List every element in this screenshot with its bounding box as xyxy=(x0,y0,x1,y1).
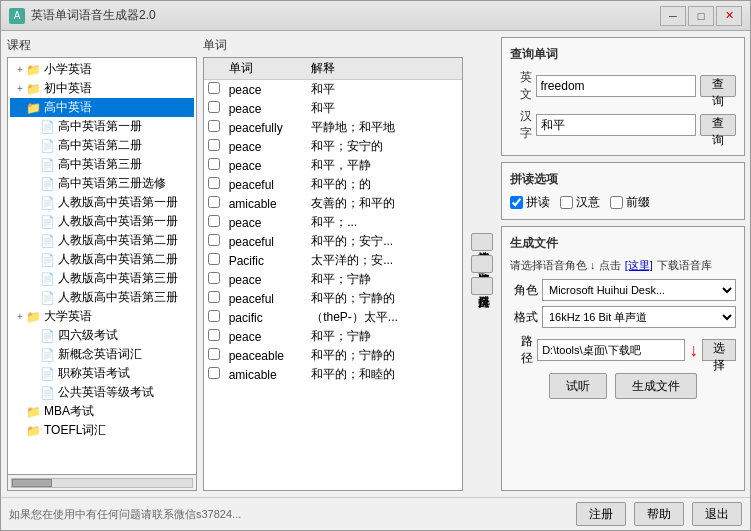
tree-item[interactable]: + 📁初中英语 xyxy=(10,79,194,98)
middle-panel: 单词 单词 解释 peace 和平 peace 和平 pea xyxy=(203,37,463,491)
minimize-button[interactable]: ─ xyxy=(660,6,686,26)
reverse-select-button[interactable]: 反向选择 xyxy=(471,277,493,295)
exit-button[interactable]: 退出 xyxy=(692,502,742,526)
pinyin-title: 拼读选项 xyxy=(510,171,736,188)
tree-item[interactable]: + 📁大学英语 xyxy=(10,307,194,326)
query-section: 查询单词 英文 查询 汉字 查询 xyxy=(501,37,745,156)
tree-item[interactable]: 📄四六级考试 xyxy=(10,326,194,345)
tree-item[interactable]: 📄高中英语第三册 xyxy=(10,155,194,174)
table-row[interactable]: amicable 和平的；和睦的 xyxy=(204,365,462,384)
role-label: 角色 xyxy=(510,282,538,299)
table-row[interactable]: Pacific 太平洋的；安... xyxy=(204,251,462,270)
table-row[interactable]: peace 和平，平静 xyxy=(204,156,462,175)
word-cell: peacefully xyxy=(225,118,308,137)
chinese-field-row: 汉字 查询 xyxy=(510,108,736,142)
table-row[interactable]: peaceful 和平的；宁静的 xyxy=(204,289,462,308)
tree-item[interactable]: 📄高中英语第三册选修 xyxy=(10,174,194,193)
word-cell: peace xyxy=(225,213,308,232)
word-checkbox[interactable] xyxy=(208,120,220,132)
word-checkbox[interactable] xyxy=(208,215,220,227)
tree-item[interactable]: 📁TOEFL词汇 xyxy=(10,421,194,440)
tree-item[interactable]: - 📁高中英语 xyxy=(10,98,194,117)
word-checkbox[interactable] xyxy=(208,82,220,94)
table-row[interactable]: peaceful 和平的；安宁... xyxy=(204,232,462,251)
tree-item[interactable]: 📄公共英语等级考试 xyxy=(10,383,194,402)
hanyi-checkbox[interactable] xyxy=(560,196,573,209)
table-row[interactable]: peace 和平；宁静 xyxy=(204,327,462,346)
word-checkbox[interactable] xyxy=(208,101,220,113)
tree-item[interactable]: 📄人教版高中英语第一册 xyxy=(10,212,194,231)
chinese-input[interactable] xyxy=(536,114,696,136)
table-row[interactable]: peace 和平 xyxy=(204,99,462,118)
word-checkbox[interactable] xyxy=(208,310,220,322)
table-row[interactable]: peaceful 和平的；的 xyxy=(204,175,462,194)
help-button[interactable]: 帮助 xyxy=(634,502,684,526)
table-row[interactable]: pacific （theP-）太平... xyxy=(204,308,462,327)
cancel-select-button[interactable]: 取消选择 xyxy=(471,255,493,273)
horizontal-scrollbar[interactable] xyxy=(7,475,197,491)
hanyi-checkbox-item[interactable]: 汉意 xyxy=(560,194,600,211)
register-button[interactable]: 注册 xyxy=(576,502,626,526)
word-checkbox[interactable] xyxy=(208,272,220,284)
table-row[interactable]: peace 和平 xyxy=(204,80,462,100)
tree-item[interactable]: 📄人教版高中英语第三册 xyxy=(10,269,194,288)
tree-item[interactable]: 📄人教版高中英语第三册 xyxy=(10,288,194,307)
table-row[interactable]: peace 和平；... xyxy=(204,213,462,232)
generate-section: 生成文件 请选择语音角色 ↓ 点击 [这里] 下载语音库 角色 Microsof… xyxy=(501,226,745,491)
maximize-button[interactable]: □ xyxy=(688,6,714,26)
word-checkbox[interactable] xyxy=(208,253,220,265)
word-checkbox[interactable] xyxy=(208,234,220,246)
chinese-query-button[interactable]: 查询 xyxy=(700,114,736,136)
meaning-cell: 平静地；和平地 xyxy=(307,118,462,137)
generate-file-button[interactable]: 生成文件 xyxy=(615,373,697,399)
meaning-cell: 和平的；的 xyxy=(307,175,462,194)
word-checkbox[interactable] xyxy=(208,158,220,170)
word-checkbox[interactable] xyxy=(208,196,220,208)
listen-button[interactable]: 试听 xyxy=(549,373,607,399)
tree-item[interactable]: 📄人教版高中英语第一册 xyxy=(10,193,194,212)
tree-item[interactable]: 📄人教版高中英语第二册 xyxy=(10,250,194,269)
meaning-cell: 和平的；和睦的 xyxy=(307,365,462,384)
course-tree[interactable]: + 📁小学英语+ 📁初中英语- 📁高中英语 📄高中英语第一册 📄高中英语第二册 … xyxy=(7,57,197,475)
tree-item[interactable]: + 📁小学英语 xyxy=(10,60,194,79)
tree-item[interactable]: 📁MBA考试 xyxy=(10,402,194,421)
scroll-track[interactable] xyxy=(11,478,193,488)
table-row[interactable]: peaceable 和平的；宁静的 xyxy=(204,346,462,365)
scroll-thumb[interactable] xyxy=(12,479,52,487)
qianbian-checkbox[interactable] xyxy=(610,196,623,209)
chinese-label: 汉字 xyxy=(510,108,532,142)
tree-item[interactable]: 📄人教版高中英语第二册 xyxy=(10,231,194,250)
role-row: 角色 Microsoft Huihui Desk... xyxy=(510,279,736,301)
word-table-container[interactable]: 单词 解释 peace 和平 peace 和平 peacefully 平静地；和… xyxy=(203,57,463,491)
word-checkbox[interactable] xyxy=(208,348,220,360)
path-input[interactable] xyxy=(537,339,685,361)
word-checkbox[interactable] xyxy=(208,177,220,189)
role-select[interactable]: Microsoft Huihui Desk... xyxy=(542,279,736,301)
english-query-button[interactable]: 查询 xyxy=(700,75,736,97)
table-row[interactable]: peace 和平；安宁的 xyxy=(204,137,462,156)
window-title: 英语单词语音生成器2.0 xyxy=(31,7,660,24)
word-checkbox[interactable] xyxy=(208,139,220,151)
download-link[interactable]: [这里] xyxy=(625,258,653,273)
all-select-button[interactable]: 全部选择 xyxy=(471,233,493,251)
select-path-button[interactable]: 选择 xyxy=(702,339,736,361)
bottom-bar: 如果您在使用中有任何问题请联系微信s37824... 注册 帮助 退出 xyxy=(1,497,750,530)
english-input[interactable] xyxy=(536,75,696,97)
word-checkbox[interactable] xyxy=(208,329,220,341)
tree-item[interactable]: 📄职称英语考试 xyxy=(10,364,194,383)
table-row[interactable]: peacefully 平静地；和平地 xyxy=(204,118,462,137)
pinyin-checkbox[interactable] xyxy=(510,196,523,209)
meaning-cell: 和平的；安宁... xyxy=(307,232,462,251)
pinyin-checkbox-item[interactable]: 拼读 xyxy=(510,194,550,211)
query-title: 查询单词 xyxy=(510,46,736,63)
tree-item[interactable]: 📄高中英语第二册 xyxy=(10,136,194,155)
close-button[interactable]: ✕ xyxy=(716,6,742,26)
word-checkbox[interactable] xyxy=(208,291,220,303)
tree-item[interactable]: 📄新概念英语词汇 xyxy=(10,345,194,364)
table-row[interactable]: amicable 友善的；和平的 xyxy=(204,194,462,213)
word-checkbox[interactable] xyxy=(208,367,220,379)
table-row[interactable]: peace 和平；宁静 xyxy=(204,270,462,289)
format-select[interactable]: 16kHz 16 Bit 单声道 xyxy=(542,306,736,328)
tree-item[interactable]: 📄高中英语第一册 xyxy=(10,117,194,136)
qianbian-checkbox-item[interactable]: 前缀 xyxy=(610,194,650,211)
